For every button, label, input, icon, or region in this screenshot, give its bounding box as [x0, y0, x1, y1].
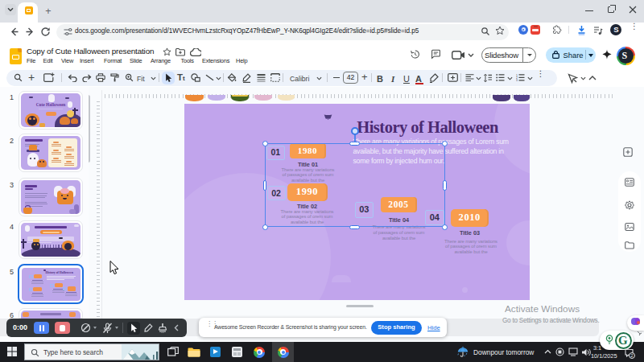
svg-text:3: 3 [516, 79, 518, 81]
